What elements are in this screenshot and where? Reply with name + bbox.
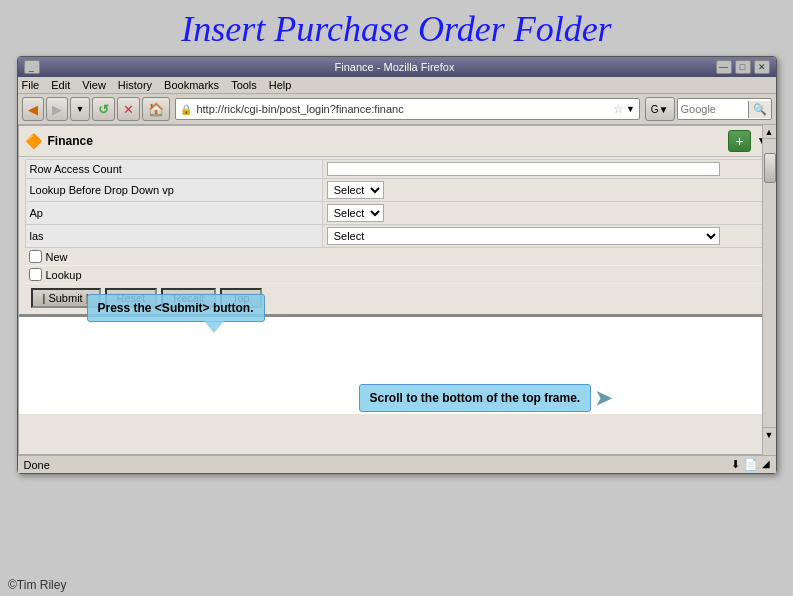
address-text: http://rick/cgi-bin/post_login?finance:f… bbox=[196, 103, 612, 115]
stop-button[interactable]: ✕ bbox=[117, 97, 140, 121]
toolbar: ◀ ▶ ▼ ↺ ✕ 🏠 🔒 http://rick/cgi-bin/post_l… bbox=[18, 94, 776, 125]
browser-title: Finance - Mozilla Firefox bbox=[74, 61, 716, 73]
dropdown-btn[interactable]: ▼ bbox=[70, 97, 91, 121]
search-submit-btn[interactable]: 🔍 bbox=[748, 101, 771, 118]
status-text: Done bbox=[24, 459, 50, 471]
lookup-checkbox-row: Lookup bbox=[25, 266, 769, 284]
page-title: Insert Purchase Order Folder bbox=[0, 0, 793, 56]
close-btn[interactable]: ✕ bbox=[754, 60, 770, 74]
ap-label: Ap bbox=[25, 202, 322, 225]
las-select[interactable]: Select bbox=[327, 227, 720, 245]
status-bar: Done ⬇ 📄 ◢ bbox=[18, 455, 776, 473]
row-access-count-input-cell bbox=[322, 160, 768, 179]
new-label: New bbox=[46, 251, 68, 263]
title-bar: _ Finance - Mozilla Firefox — □ ✕ bbox=[18, 57, 776, 77]
menu-edit[interactable]: Edit bbox=[51, 79, 70, 91]
search-input[interactable] bbox=[678, 102, 748, 116]
form-table: Row Access Count Lookup Before Drop Down… bbox=[25, 159, 769, 248]
browser-window: _ Finance - Mozilla Firefox — □ ✕ File E… bbox=[17, 56, 777, 474]
ap-select[interactable]: Select bbox=[327, 204, 384, 222]
finance-label: Finance bbox=[48, 134, 93, 148]
search-engine-btn[interactable]: G▼ bbox=[645, 97, 675, 121]
finance-frame: 🔶 Finance + ▼ Row Access Count bbox=[18, 125, 776, 455]
las-label: las bbox=[25, 225, 322, 248]
lookup-before-select-cell: Select bbox=[322, 179, 768, 202]
add-button[interactable]: + bbox=[728, 130, 750, 152]
scroll-callout-text: Scroll to the bottom of the top frame. bbox=[370, 391, 581, 405]
download-icon: ⬇ bbox=[731, 458, 740, 471]
scroll-arrow-right: ➤ bbox=[595, 386, 612, 410]
new-checkbox-row: New bbox=[25, 248, 769, 266]
menu-history[interactable]: History bbox=[118, 79, 152, 91]
info-icon: 📄 bbox=[744, 458, 758, 471]
copyright: ©Tim Riley bbox=[8, 578, 66, 592]
lookup-label: Lookup bbox=[46, 269, 82, 281]
forward-button[interactable]: ▶ bbox=[46, 97, 68, 121]
minimize-button[interactable]: _ bbox=[24, 60, 40, 74]
star-icon: ☆ bbox=[613, 102, 624, 116]
home-button[interactable]: 🏠 bbox=[142, 97, 170, 121]
resize-icon: ◢ bbox=[762, 458, 770, 471]
refresh-button[interactable]: ↺ bbox=[92, 97, 115, 121]
table-row: Row Access Count bbox=[25, 160, 768, 179]
menu-bookmarks[interactable]: Bookmarks bbox=[164, 79, 219, 91]
table-row: las Select bbox=[25, 225, 768, 248]
form-container: Row Access Count Lookup Before Drop Down… bbox=[25, 159, 769, 312]
maximize-btn[interactable]: □ bbox=[735, 60, 751, 74]
lookup-checkbox[interactable] bbox=[29, 268, 42, 281]
scrollbar[interactable]: ▲ ▼ bbox=[762, 125, 776, 455]
back-button[interactable]: ◀ bbox=[22, 97, 44, 121]
row-access-count-label: Row Access Count bbox=[25, 160, 322, 179]
row-access-count-input[interactable] bbox=[327, 162, 720, 176]
page-wrapper: Insert Purchase Order Folder _ Finance -… bbox=[0, 0, 793, 596]
lock-icon: 🔒 bbox=[180, 104, 192, 115]
status-icons: ⬇ 📄 ◢ bbox=[731, 458, 770, 471]
menu-file[interactable]: File bbox=[22, 79, 40, 91]
table-row: Ap Select bbox=[25, 202, 768, 225]
scrollbar-up-btn[interactable]: ▲ bbox=[763, 125, 776, 139]
menu-view[interactable]: View bbox=[82, 79, 106, 91]
finance-icon: 🔶 bbox=[25, 133, 42, 149]
new-checkbox[interactable] bbox=[29, 250, 42, 263]
ap-select-cell: Select bbox=[322, 202, 768, 225]
scrollbar-down-btn[interactable]: ▼ bbox=[763, 427, 776, 441]
address-bar[interactable]: 🔒 http://rick/cgi-bin/post_login?finance… bbox=[175, 98, 639, 120]
menu-bar: File Edit View History Bookmarks Tools H… bbox=[18, 77, 776, 94]
table-row: Lookup Before Drop Down vp Select bbox=[25, 179, 768, 202]
callout-arrow-down bbox=[204, 321, 224, 333]
minimize-btn[interactable]: — bbox=[716, 60, 732, 74]
finance-header: 🔶 Finance + ▼ bbox=[19, 126, 775, 157]
finance-title-area: 🔶 Finance bbox=[25, 133, 93, 149]
las-select-cell: Select bbox=[322, 225, 768, 248]
scroll-callout: Scroll to the bottom of the top frame. ➤ bbox=[359, 384, 592, 412]
content-area: 🔶 Finance + ▼ Row Access Count bbox=[18, 125, 776, 455]
scrollbar-thumb[interactable] bbox=[764, 153, 776, 183]
menu-help[interactable]: Help bbox=[269, 79, 292, 91]
menu-tools[interactable]: Tools bbox=[231, 79, 257, 91]
lookup-before-select[interactable]: Select bbox=[327, 181, 384, 199]
submit-callout-text: Press the <Submit> button. bbox=[98, 301, 254, 315]
window-controls: — □ ✕ bbox=[716, 60, 770, 74]
lookup-before-label: Lookup Before Drop Down vp bbox=[25, 179, 322, 202]
submit-callout: Press the <Submit> button. bbox=[87, 294, 265, 322]
dropdown-addr-icon[interactable]: ▼ bbox=[626, 104, 635, 114]
search-area: 🔍 bbox=[677, 98, 772, 120]
